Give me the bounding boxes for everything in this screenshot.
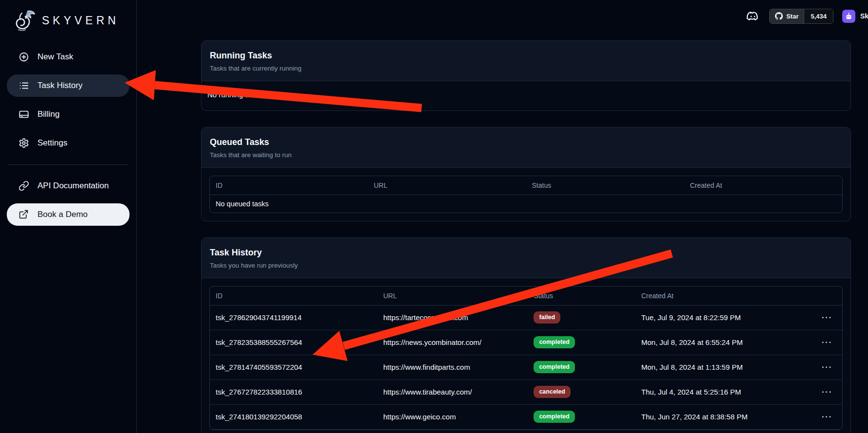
github-star-count: 5,434 bbox=[804, 9, 833, 23]
main-content: Running Tasks Tasks that are currently r… bbox=[137, 0, 868, 433]
user-name-clipped: Sk bbox=[860, 12, 868, 20]
column-header-id: ID bbox=[210, 287, 377, 305]
column-header-url: URL bbox=[377, 287, 528, 305]
row-actions-menu-button[interactable]: ··· bbox=[822, 314, 832, 322]
task-id-cell: tsk_274180139292204058 bbox=[210, 404, 377, 429]
sidebar-item-label: API Documentation bbox=[37, 181, 109, 191]
queued-empty-row: No queued tasks bbox=[210, 195, 842, 213]
user-avatar[interactable] bbox=[842, 10, 855, 23]
task-history-card: Task History Tasks you have run previous… bbox=[201, 237, 851, 433]
row-actions-menu-button[interactable]: ··· bbox=[822, 388, 832, 396]
status-badge: failed bbox=[534, 311, 560, 323]
row-actions-menu-button[interactable]: ··· bbox=[822, 363, 832, 371]
task-id-cell: tsk_276727822333810816 bbox=[210, 379, 377, 404]
column-header-status: Status bbox=[528, 287, 635, 305]
sidebar-item-billing[interactable]: Billing bbox=[7, 103, 129, 126]
task-created-at-cell: Mon, Jul 8, 2024 at 1:13:59 PM bbox=[635, 355, 785, 379]
github-logo-icon bbox=[775, 12, 783, 20]
card-subtitle: Tasks you have run previously bbox=[210, 262, 842, 269]
circle-plus-icon bbox=[18, 52, 29, 62]
task-actions-cell: ··· bbox=[785, 404, 842, 429]
sidebar-item-api-documentation[interactable]: API Documentation bbox=[7, 175, 129, 197]
task-created-at-cell: Tue, Jul 9, 2024 at 8:22:59 PM bbox=[635, 305, 785, 330]
link-icon bbox=[18, 180, 29, 191]
column-header-status: Status bbox=[526, 176, 684, 195]
task-status-cell: completed bbox=[528, 404, 635, 429]
sidebar-item-task-history[interactable]: Task History bbox=[7, 74, 129, 97]
task-actions-cell: ··· bbox=[785, 305, 842, 330]
task-actions-cell: ··· bbox=[785, 355, 842, 379]
card-subtitle: Tasks that are waiting to run bbox=[210, 151, 842, 159]
queued-tasks-table: ID URL Status Created At No queued tasks bbox=[209, 176, 843, 213]
status-badge: completed bbox=[534, 361, 575, 373]
column-header-created-at: Created At bbox=[684, 176, 842, 195]
task-actions-cell: ··· bbox=[785, 330, 842, 355]
topbar: Star 5,434 Sk bbox=[137, 0, 868, 32]
sidebar-item-label: Settings bbox=[37, 138, 67, 148]
task-status-cell: canceled bbox=[528, 379, 635, 404]
column-header-id: ID bbox=[210, 176, 368, 195]
running-tasks-empty-message: No running tasks bbox=[202, 81, 850, 108]
queued-empty-message: No queued tasks bbox=[210, 195, 842, 213]
sidebar-item-settings[interactable]: Settings bbox=[7, 132, 129, 154]
running-tasks-card: Running Tasks Tasks that are currently r… bbox=[201, 40, 851, 111]
task-status-cell: failed bbox=[528, 305, 635, 330]
brand-name: SKYVERN bbox=[42, 14, 119, 27]
task-history-header: Task History Tasks you have run previous… bbox=[202, 238, 850, 278]
task-history-row[interactable]: tsk_278235388555267564 https://news.ycom… bbox=[210, 330, 842, 355]
task-actions-cell: ··· bbox=[785, 379, 842, 404]
sidebar-item-label: Billing bbox=[37, 109, 59, 119]
column-header-created-at: Created At bbox=[635, 287, 785, 305]
task-url-cell: https://www.finditparts.com bbox=[377, 355, 528, 379]
sidebar-divider bbox=[8, 164, 129, 165]
task-history-row[interactable]: tsk_278629043741199914 https://tartecosm… bbox=[210, 305, 842, 330]
task-id-cell: tsk_278235388555267564 bbox=[210, 330, 377, 355]
running-tasks-header: Running Tasks Tasks that are currently r… bbox=[202, 41, 850, 81]
status-badge: completed bbox=[534, 336, 575, 348]
task-history-table: ID URL Status Created At tsk_27862904374… bbox=[209, 286, 843, 430]
card-title: Task History bbox=[210, 248, 842, 258]
sidebar-item-label: Task History bbox=[37, 81, 83, 90]
task-history-row[interactable]: tsk_276727822333810816 https://www.tirab… bbox=[210, 379, 842, 404]
sidebar-item-label: New Task bbox=[37, 52, 73, 62]
task-url-cell: https://news.ycombinator.com/ bbox=[377, 330, 528, 355]
task-created-at-cell: Mon, Jul 8, 2024 at 6:55:24 PM bbox=[635, 330, 785, 355]
external-link-icon bbox=[18, 209, 29, 220]
table-header-row: ID URL Status Created At bbox=[210, 176, 842, 195]
task-url-cell: https://tartecosmetics.com bbox=[377, 305, 528, 330]
gear-icon bbox=[18, 138, 29, 148]
column-header-url: URL bbox=[368, 176, 526, 195]
task-created-at-cell: Thu, Jul 4, 2024 at 5:25:16 PM bbox=[635, 379, 785, 404]
skyvern-dragon-logo-icon bbox=[13, 8, 37, 33]
task-id-cell: tsk_278147405593572204 bbox=[210, 355, 377, 379]
task-url-cell: https://www.tirabeauty.com/ bbox=[377, 379, 528, 404]
book-a-demo-label: Book a Demo bbox=[37, 210, 88, 219]
list-icon bbox=[18, 80, 29, 91]
sidebar-nav: New Task Task History Billing bbox=[7, 46, 129, 232]
status-badge: canceled bbox=[534, 386, 571, 397]
task-created-at-cell: Thu, Jun 27, 2024 at 8:38:58 PM bbox=[635, 404, 785, 429]
discord-icon[interactable] bbox=[745, 8, 760, 24]
book-a-demo-button[interactable]: Book a Demo bbox=[7, 203, 129, 226]
sidebar-item-new-task[interactable]: New Task bbox=[7, 46, 129, 68]
column-header-actions bbox=[785, 287, 842, 305]
row-actions-menu-button[interactable]: ··· bbox=[822, 339, 832, 346]
task-id-cell: tsk_278629043741199914 bbox=[210, 305, 377, 330]
github-star-label: Star bbox=[786, 13, 798, 20]
task-status-cell: completed bbox=[528, 355, 635, 379]
task-history-row[interactable]: tsk_274180139292204058 https://www.geico… bbox=[210, 404, 842, 429]
queued-tasks-card: Queued Tasks Tasks that are waiting to r… bbox=[201, 127, 851, 221]
row-actions-menu-button[interactable]: ··· bbox=[822, 413, 832, 421]
task-url-cell: https://www.geico.com bbox=[377, 404, 528, 429]
github-star-button[interactable]: Star 5,434 bbox=[769, 9, 833, 24]
status-badge: completed bbox=[534, 411, 575, 422]
table-header-row: ID URL Status Created At bbox=[210, 287, 842, 305]
task-history-row[interactable]: tsk_278147405593572204 https://www.findi… bbox=[210, 355, 842, 379]
brand-logo: SKYVERN bbox=[7, 5, 129, 35]
card-subtitle: Tasks that are currently running bbox=[210, 65, 842, 72]
task-status-cell: completed bbox=[528, 330, 635, 355]
card-title: Running Tasks bbox=[210, 51, 842, 61]
queued-tasks-header: Queued Tasks Tasks that are waiting to r… bbox=[202, 127, 850, 168]
sidebar: SKYVERN New Task Task History bbox=[0, 0, 137, 433]
credit-card-icon bbox=[18, 109, 29, 120]
